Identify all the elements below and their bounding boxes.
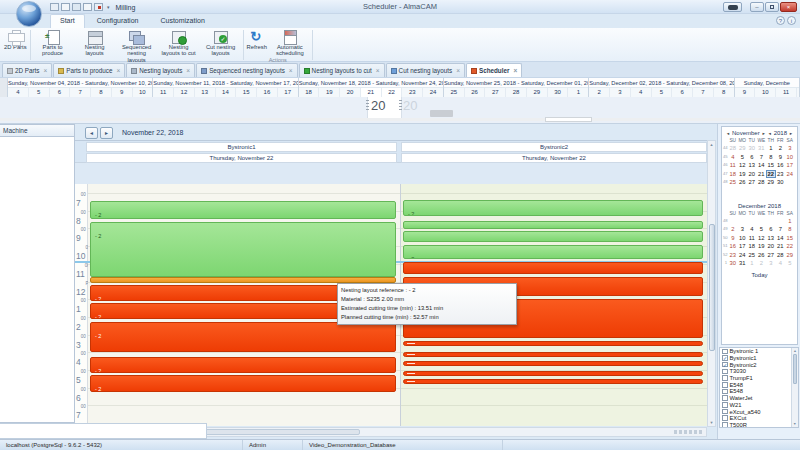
calendar-day[interactable]: 28 xyxy=(757,178,767,187)
machine-checkbox[interactable] xyxy=(722,422,728,428)
timeline-day-cell[interactable]: 1 xyxy=(568,88,589,97)
calendar-day[interactable]: 11 xyxy=(747,234,757,243)
timeline-day-cell[interactable]: 2 xyxy=(589,88,610,97)
calendar-day[interactable]: 5 xyxy=(785,259,795,268)
appointment-block[interactable]: - 2 xyxy=(403,200,703,216)
calendar-day[interactable]: 31 xyxy=(757,144,767,153)
calendar-day[interactable]: 3 xyxy=(738,225,748,234)
calendar-day[interactable] xyxy=(785,178,795,187)
timeline-day-cell[interactable]: 8 xyxy=(714,88,735,97)
timeline-day-cell[interactable]: 29 xyxy=(527,88,548,97)
calendar-day[interactable] xyxy=(747,217,757,226)
calendar-day[interactable]: 19 xyxy=(738,170,748,179)
machine-list-item[interactable]: W21 xyxy=(720,402,798,409)
2d-parts-button[interactable]: 2D Parts xyxy=(2,29,29,54)
calendar-day[interactable] xyxy=(728,217,738,226)
calendar-day[interactable]: 27 xyxy=(747,178,757,187)
timeline-day-cell[interactable]: 14 xyxy=(216,88,237,97)
timeline-day-cell[interactable]: 26 xyxy=(465,88,486,97)
tab-close-icon[interactable]: × xyxy=(376,67,380,74)
calendar-day[interactable]: 16 xyxy=(776,161,786,170)
calendar-day[interactable]: 1 xyxy=(747,259,757,268)
calendar-day[interactable]: 9 xyxy=(776,153,786,162)
timeline-day-cell[interactable]: 11 xyxy=(153,88,174,97)
appointment-block[interactable]: - 2 xyxy=(90,357,396,373)
calendar-day[interactable]: 23 xyxy=(776,170,786,179)
appointment-block[interactable] xyxy=(403,352,703,357)
doc-tab-nesting-layouts[interactable]: Nesting layouts× xyxy=(126,63,195,77)
calendar-day[interactable]: 6 xyxy=(747,153,757,162)
timeline-week[interactable]: Sunday, Decembe91011 xyxy=(735,78,800,97)
doc-tab-parts-to-produce[interactable]: Parts to produce× xyxy=(53,63,125,77)
machine-list-item[interactable]: E548 xyxy=(720,381,798,388)
calendar-day[interactable]: 21 xyxy=(757,170,767,179)
prev-year-icon[interactable]: ◄ xyxy=(768,131,772,136)
calendar-day[interactable]: 2 xyxy=(776,144,786,153)
calendar-day[interactable]: 8 xyxy=(766,153,776,162)
calendar-day[interactable]: 9 xyxy=(728,234,738,243)
timeline-day-cell[interactable]: 22 xyxy=(382,88,403,97)
application-menu-orb-icon[interactable] xyxy=(16,1,42,27)
qat-grid-icon[interactable] xyxy=(72,3,81,11)
appointment-block[interactable]: - 2 xyxy=(403,245,703,259)
next-year-icon[interactable]: ► xyxy=(789,131,793,136)
calendar-day[interactable]: 15 xyxy=(766,161,776,170)
timeline-day-cell[interactable]: 16 xyxy=(257,88,278,97)
appointment-block[interactable] xyxy=(403,341,703,346)
calendar-day[interactable]: 31 xyxy=(738,259,748,268)
tab-close-icon[interactable]: × xyxy=(513,67,517,74)
doc-tab-scheduler[interactable]: Scheduler× xyxy=(466,63,522,77)
calendar-day[interactable]: 10 xyxy=(738,234,748,243)
calendar-day[interactable]: 4 xyxy=(776,259,786,268)
appointment-block[interactable]: - 2 xyxy=(403,231,703,242)
calendar-day[interactable]: 7 xyxy=(757,153,767,162)
nesting-layouts-to-cut-button[interactable]: Nesting layouts to cut xyxy=(158,29,200,63)
timeline-day-cell[interactable]: 23 xyxy=(402,88,423,97)
calendar-day[interactable]: 18 xyxy=(747,242,757,251)
timeline-day-cell[interactable]: 6 xyxy=(672,88,693,97)
timeline-day-cell[interactable]: 12 xyxy=(174,88,195,97)
tab-close-icon[interactable]: × xyxy=(186,67,190,74)
calendar-day[interactable] xyxy=(776,217,786,226)
machine-list-item[interactable]: T3030 xyxy=(720,368,798,375)
calendar-day[interactable]: 17 xyxy=(785,161,795,170)
calendar-day[interactable]: 2 xyxy=(757,259,767,268)
calendar-day[interactable]: 3 xyxy=(766,259,776,268)
calendar-day[interactable]: 2 xyxy=(728,225,738,234)
calendar-day[interactable]: 26 xyxy=(757,251,767,260)
prev-month-icon[interactable]: ◄ xyxy=(726,131,730,136)
machine-list-item[interactable]: EXCut xyxy=(720,415,798,422)
timeline-week[interactable]: Sunday, November 18, 2018 - Saturday, No… xyxy=(299,78,444,97)
parts-to-produce-button[interactable]: Parts to produce xyxy=(32,29,74,63)
prev-day-button[interactable]: ◄ xyxy=(85,127,98,139)
refresh-button[interactable]: Refresh xyxy=(245,29,269,57)
timeline-day-cell[interactable]: 19 xyxy=(319,88,340,97)
calendar-day[interactable]: 30 xyxy=(776,178,786,187)
timeline-day-cell[interactable]: 30 xyxy=(548,88,569,97)
calendar-day[interactable]: 22 xyxy=(785,242,795,251)
timeline-day-cell[interactable]: 11 xyxy=(776,88,797,97)
nesting-layouts-button[interactable]: Nesting layouts xyxy=(74,29,116,63)
machine-checkbox[interactable] xyxy=(722,369,728,375)
calendar-day[interactable]: 15 xyxy=(785,234,795,243)
machine-list-item[interactable]: ✓Bystronic1 xyxy=(720,355,798,362)
timeline-day-cell[interactable]: 20 xyxy=(340,88,361,97)
timeline-scroll-track[interactable] xyxy=(0,118,800,121)
timeline-week[interactable]: Sunday, December 02, 2018 - Saturday, De… xyxy=(589,78,734,97)
calendar-day[interactable]: 13 xyxy=(747,161,757,170)
timeline-day-cell[interactable]: 9 xyxy=(735,88,756,97)
calendar-day[interactable]: 21 xyxy=(776,242,786,251)
timeline-day-cell[interactable]: 7 xyxy=(693,88,714,97)
info-icon[interactable]: i xyxy=(787,16,796,25)
appointment-block[interactable]: - 2 xyxy=(90,201,396,219)
calendar-day[interactable]: 25 xyxy=(728,178,738,187)
scroll-down-icon[interactable]: ▼ xyxy=(793,422,796,426)
tab-close-icon[interactable]: × xyxy=(44,67,48,74)
automatic-scheduling-button[interactable]: Automatic scheduling xyxy=(269,29,311,57)
qat-dropdown-caret-icon[interactable]: ▾ xyxy=(107,4,110,10)
qat-layout-icon[interactable] xyxy=(50,3,59,11)
calendar-day[interactable]: 26 xyxy=(738,178,748,187)
calendar-day[interactable]: 1 xyxy=(766,144,776,153)
calendar-day[interactable]: 25 xyxy=(747,251,757,260)
appointment-block[interactable]: - 2 xyxy=(403,262,703,274)
